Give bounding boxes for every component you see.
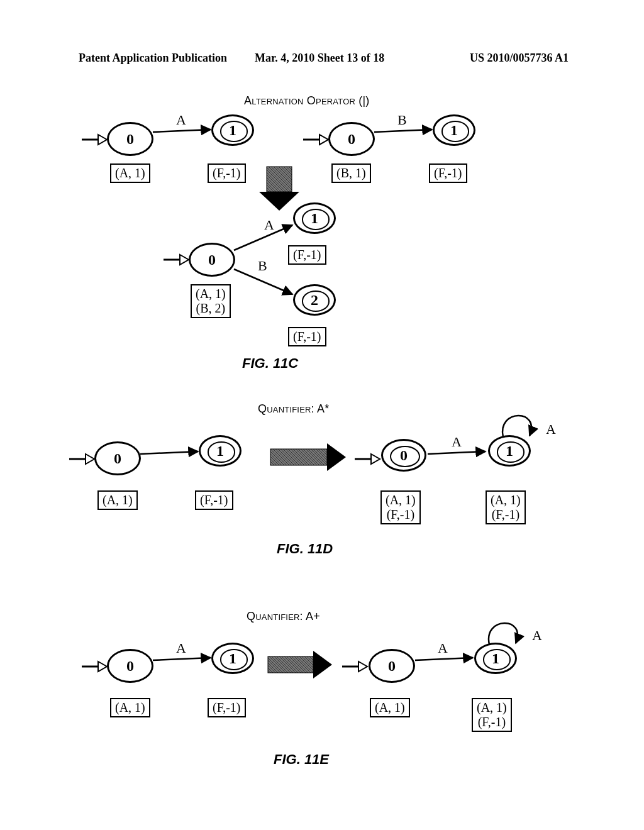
f11e-r-node1: 1 [474,643,517,674]
f11d-r-node1: 1 [488,435,531,467]
fig11e-title: Quantifier: A+ [247,610,320,623]
f11e-l-box0: (A, 1) [110,698,150,717]
f11c-tr-edge-label: B [397,112,407,128]
fig11c-caption: FIG. 11C [242,355,298,372]
f11d-l-node1: 1 [199,435,242,467]
f11c-b-node0: 0 [189,243,235,277]
fig-11c: Alternation Operator (|) [75,94,579,390]
f11c-b-box2: (F,-1) [288,327,326,346]
svg-line-4 [234,225,292,250]
f11e-l-node1: 1 [211,643,254,674]
f11e-r-box1: (A, 1) (F,-1) [472,698,512,732]
svg-rect-12 [268,656,313,673]
svg-line-13 [415,658,473,660]
header-mid: Mar. 4, 2010 Sheet 13 of 18 [255,52,384,65]
fig11d-title: Quantifier: A* [258,402,329,416]
f11d-l-box1: (F,-1) [195,490,233,510]
fig11c-title: Alternation Operator (|) [244,94,370,108]
svg-line-2 [374,130,432,132]
f11c-tr-node0: 0 [328,122,375,156]
f11d-r-box1: (A, 1) (F,-1) [486,490,526,524]
svg-line-9 [428,451,486,454]
fig-11d: Quantifier: A* 0 1 (A, 1) (F,-1) 0 [63,402,579,572]
f11c-b-node1: 1 [293,202,336,234]
header-left: Patent Application Publication [79,52,227,65]
f11c-tl-box0: (A, 1) [110,163,150,183]
fig-11e: Quantifier: A+ 0 1 A (A, 1) (F,-1) 0 1 A… [82,610,579,786]
f11c-b-box0: (A, 1) (B, 2) [191,284,231,318]
f11d-r-box0: (A, 1) (F,-1) [380,490,421,524]
f11e-r-edgeloop: A [532,628,542,644]
f11c-b-box1: (F,-1) [288,245,326,265]
f11c-b-edgeB: B [258,258,267,274]
fig11e-caption: FIG. 11E [274,751,329,768]
f11d-l-box0: (A, 1) [97,490,138,510]
f11e-r-node0: 0 [369,649,415,683]
f11d-r-edgeloop: A [546,421,556,438]
f11c-tr-box1: (F,-1) [429,163,467,183]
f11e-r-box0: (A, 1) [370,698,410,717]
f11c-b-edgeA: A [264,217,274,233]
svg-rect-8 [270,449,327,465]
svg-line-7 [140,451,198,454]
f11c-tr-box0: (B, 1) [331,163,371,183]
svg-rect-3 [267,167,292,192]
f11c-tl-box1: (F,-1) [208,163,246,183]
f11e-r-edge01: A [438,640,448,656]
f11d-r-edge01: A [452,434,462,450]
f11d-r-node0: 0 [381,439,426,472]
f11e-l-edge: A [176,640,186,656]
f11d-l-node0: 0 [94,441,141,475]
f11e-l-node0: 0 [107,649,153,683]
f11c-tl-node1: 1 [211,114,254,146]
f11c-tl-node0: 0 [107,122,153,156]
f11c-b-node2: 2 [293,284,336,316]
fig11d-caption: FIG. 11D [277,541,333,557]
f11c-tl-edge-label: A [176,112,186,128]
svg-line-1 [153,130,211,132]
f11c-tr-node1: 1 [433,114,475,146]
f11e-l-box1: (F,-1) [208,698,246,717]
header-right: US 2010/0057736 A1 [470,52,569,65]
svg-line-11 [153,658,211,660]
